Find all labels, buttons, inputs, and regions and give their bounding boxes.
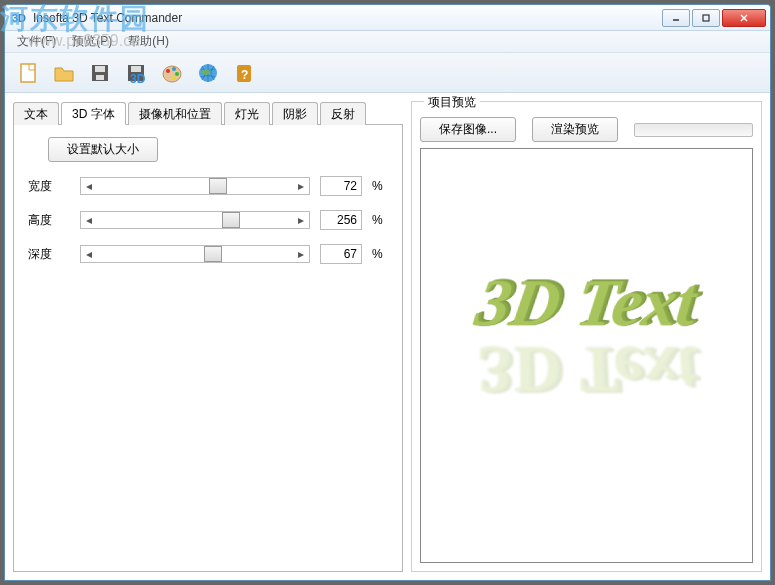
new-icon[interactable]	[11, 56, 45, 90]
arrow-right-icon[interactable]: ▸	[293, 178, 309, 194]
svg-rect-4	[21, 64, 35, 82]
svg-rect-1	[703, 15, 709, 21]
open-icon[interactable]	[47, 56, 81, 90]
maximize-button[interactable]	[692, 9, 720, 27]
depth-slider[interactable]: ◂ ▸	[80, 245, 310, 263]
svg-point-14	[175, 72, 179, 76]
right-panel: 项目预览 保存图像... 渲染预览 3D Text 3D Text	[411, 101, 762, 572]
watermark-url: www.pc0359.cn	[28, 32, 140, 50]
arrow-left-icon[interactable]: ◂	[81, 246, 97, 262]
tab-reflect[interactable]: 反射	[320, 102, 366, 125]
help-icon[interactable]: ?	[227, 56, 261, 90]
depth-unit: %	[372, 247, 388, 261]
depth-thumb[interactable]	[204, 246, 222, 262]
width-slider[interactable]: ◂ ▸	[80, 177, 310, 195]
save-icon[interactable]	[83, 56, 117, 90]
render-preview-button[interactable]: 渲染预览	[532, 117, 618, 142]
width-value[interactable]: 72	[320, 176, 362, 196]
svg-rect-6	[95, 66, 105, 72]
svg-point-15	[171, 76, 175, 80]
slider-width: 宽度 ◂ ▸ 72 %	[28, 176, 388, 196]
depth-value[interactable]: 67	[320, 244, 362, 264]
preview-canvas: 3D Text 3D Text	[420, 148, 753, 563]
height-label: 高度	[28, 212, 70, 229]
toolbar: 3D ?	[5, 53, 770, 93]
arrow-left-icon[interactable]: ◂	[81, 178, 97, 194]
arrow-left-icon[interactable]: ◂	[81, 212, 97, 228]
palette-icon[interactable]	[155, 56, 189, 90]
globe-icon[interactable]	[191, 56, 225, 90]
tab-text[interactable]: 文本	[13, 102, 59, 125]
svg-text:?: ?	[241, 68, 248, 82]
set-default-button[interactable]: 设置默认大小	[48, 137, 158, 162]
preview-group-label: 项目预览	[424, 94, 480, 111]
arrow-right-icon[interactable]: ▸	[293, 246, 309, 262]
height-thumb[interactable]	[222, 212, 240, 228]
tab-strip: 文本 3D 字体 摄像机和位置 灯光 阴影 反射	[13, 101, 403, 125]
slider-height: 高度 ◂ ▸ 256 %	[28, 210, 388, 230]
tab-3d-font[interactable]: 3D 字体	[61, 102, 126, 125]
height-unit: %	[372, 213, 388, 227]
slider-depth: 深度 ◂ ▸ 67 %	[28, 244, 388, 264]
width-thumb[interactable]	[209, 178, 227, 194]
app-window: 3D Insofta 3D Text Commander 文件(F) 预览(P)…	[4, 4, 771, 581]
preview-group: 项目预览 保存图像... 渲染预览 3D Text 3D Text	[411, 101, 762, 572]
left-panel: 文本 3D 字体 摄像机和位置 灯光 阴影 反射 设置默认大小 宽度 ◂ ▸	[13, 101, 403, 572]
svg-point-17	[202, 69, 210, 75]
depth-label: 深度	[28, 246, 70, 263]
progress-bar	[634, 123, 753, 137]
save-image-button[interactable]: 保存图像...	[420, 117, 516, 142]
arrow-right-icon[interactable]: ▸	[293, 212, 309, 228]
height-slider[interactable]: ◂ ▸	[80, 211, 310, 229]
tab-light[interactable]: 灯光	[224, 102, 270, 125]
tab-camera[interactable]: 摄像机和位置	[128, 102, 222, 125]
width-label: 宽度	[28, 178, 70, 195]
content-area: 文本 3D 字体 摄像机和位置 灯光 阴影 反射 设置默认大小 宽度 ◂ ▸	[5, 93, 770, 580]
svg-rect-7	[96, 75, 104, 80]
svg-point-13	[172, 67, 176, 71]
tab-body: 设置默认大小 宽度 ◂ ▸ 72 % 高度 ◂	[13, 125, 403, 572]
tab-shadow[interactable]: 阴影	[272, 102, 318, 125]
width-unit: %	[372, 179, 388, 193]
preview-text-reflection: 3D Text	[470, 330, 700, 408]
minimize-button[interactable]	[662, 9, 690, 27]
svg-text:3D: 3D	[130, 72, 146, 85]
close-button[interactable]	[722, 9, 766, 27]
save-3d-icon[interactable]: 3D	[119, 56, 153, 90]
svg-point-12	[166, 69, 170, 73]
height-value[interactable]: 256	[320, 210, 362, 230]
